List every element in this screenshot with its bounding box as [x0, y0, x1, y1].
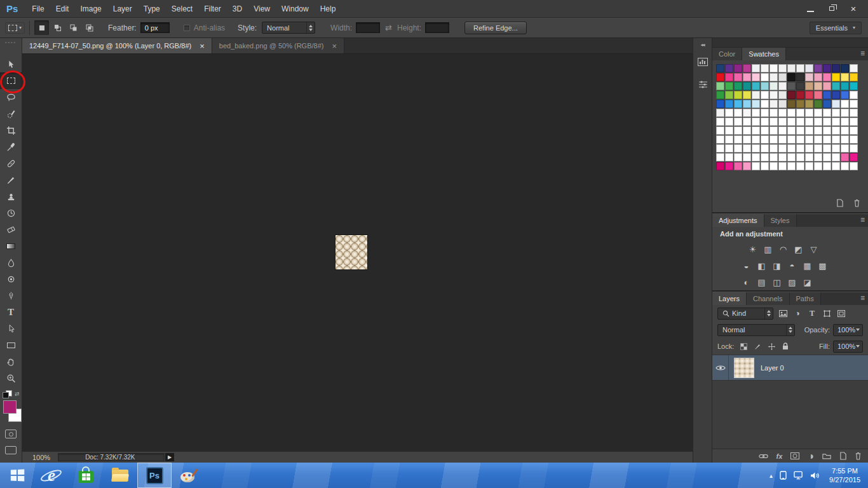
color-swatch[interactable]: [841, 91, 849, 99]
color-swatch[interactable]: [734, 64, 742, 72]
color-swatch[interactable]: [752, 144, 760, 152]
menu-image[interactable]: Image: [74, 0, 107, 17]
color-swatch[interactable]: [832, 153, 840, 161]
color-swatch[interactable]: [796, 118, 804, 126]
color-swatch[interactable]: [796, 100, 804, 108]
color-swatch[interactable]: [796, 135, 804, 144]
brush-tool[interactable]: [0, 172, 22, 188]
color-swatch[interactable]: [770, 126, 778, 135]
zoom-level[interactable]: 100%: [32, 454, 50, 461]
color-swatch[interactable]: [761, 73, 769, 81]
color-swatch[interactable]: [814, 100, 822, 108]
menu-layer[interactable]: Layer: [107, 0, 138, 17]
adjustment-layer-filter-icon[interactable]: ◑: [792, 309, 803, 318]
paint[interactable]: [172, 463, 206, 488]
color-swatch[interactable]: [734, 126, 742, 135]
dodge-tool[interactable]: [0, 271, 22, 287]
color-swatch[interactable]: [770, 144, 778, 152]
color-swatch[interactable]: [832, 73, 840, 81]
style-select[interactable]: Normal: [262, 22, 315, 34]
color-swatch[interactable]: [814, 153, 822, 161]
color-swatch[interactable]: [778, 144, 787, 152]
color-swatch[interactable]: [787, 64, 796, 72]
color-swatch[interactable]: [841, 82, 849, 90]
layer-visibility-toggle[interactable]: [712, 355, 729, 380]
workspace-select[interactable]: Essentials ▾: [810, 22, 862, 34]
color-swatch[interactable]: [725, 118, 733, 126]
color-swatch[interactable]: [770, 162, 778, 170]
color-swatch[interactable]: [805, 118, 813, 126]
swatches-tab-color[interactable]: Color: [712, 48, 742, 60]
color-swatch[interactable]: [716, 109, 724, 117]
antialias-checkbox[interactable]: [184, 25, 190, 31]
color-swatch[interactable]: [778, 91, 787, 99]
color-swatch[interactable]: [716, 162, 724, 170]
color-swatch[interactable]: [805, 82, 813, 90]
taskbar-clock[interactable]: 7:55 PM 9/27/2015: [829, 466, 860, 484]
color-swatch[interactable]: [734, 109, 742, 117]
color-swatch[interactable]: [752, 100, 760, 108]
color-swatch[interactable]: [778, 100, 787, 108]
tab-close-icon[interactable]: ×: [332, 41, 337, 51]
color-swatch[interactable]: [725, 153, 733, 161]
lock-all-icon[interactable]: [781, 342, 790, 350]
color-swatch[interactable]: [814, 82, 822, 90]
eyedropper-tool[interactable]: [0, 139, 22, 155]
photoshop[interactable]: Ps: [137, 463, 172, 488]
color-swatch[interactable]: [725, 109, 733, 117]
color-swatch[interactable]: [841, 73, 849, 81]
color-swatch[interactable]: [770, 118, 778, 126]
vibrance-icon[interactable]: ▽: [808, 244, 820, 255]
color-swatch[interactable]: [823, 100, 831, 108]
subtract-from-selection-button[interactable]: [66, 20, 81, 35]
refine-edge-button[interactable]: Refine Edge...: [465, 22, 527, 34]
rectangle-tool[interactable]: [0, 337, 22, 353]
path-selection-tool[interactable]: [0, 320, 22, 337]
selective-color-icon[interactable]: ▨: [786, 277, 798, 288]
color-swatch[interactable]: [770, 82, 778, 90]
color-swatch[interactable]: [850, 162, 858, 170]
layer-thumbnail[interactable]: [734, 358, 754, 378]
color-swatch[interactable]: [752, 73, 760, 81]
pen-tool[interactable]: [0, 287, 22, 304]
swatches-tab-swatches[interactable]: Swatches: [742, 48, 786, 60]
color-swatch[interactable]: [814, 135, 822, 144]
blend-mode-select[interactable]: Normal: [717, 324, 795, 336]
color-swatch[interactable]: [796, 153, 804, 161]
minimize-button[interactable]: [806, 4, 815, 13]
color-swatch[interactable]: [752, 135, 760, 144]
color-swatch[interactable]: [832, 64, 840, 72]
color-swatch[interactable]: [778, 153, 787, 161]
color-swatch[interactable]: [805, 144, 813, 152]
new-adjustment-layer-icon[interactable]: ◑: [808, 451, 814, 462]
color-swatch[interactable]: [841, 162, 849, 170]
color-swatch[interactable]: [761, 91, 769, 99]
menu-window[interactable]: Window: [276, 0, 315, 17]
menu-filter[interactable]: Filter: [198, 0, 227, 17]
volume-icon[interactable]: [810, 471, 820, 480]
color-swatch[interactable]: [770, 91, 778, 99]
color-swatch[interactable]: [761, 126, 769, 135]
document-tab[interactable]: 12449_F714-07_50.png @ 100% (Layer 0, RG…: [22, 38, 212, 53]
color-swatch[interactable]: [841, 64, 849, 72]
color-swatch[interactable]: [716, 64, 724, 72]
shape-layer-filter-icon[interactable]: [822, 310, 832, 317]
color-swatch[interactable]: [743, 91, 751, 99]
color-swatch[interactable]: [778, 109, 787, 117]
color-swatch[interactable]: [823, 82, 831, 90]
color-swatch[interactable]: [841, 144, 849, 152]
layer-row[interactable]: Layer 0: [712, 355, 868, 381]
color-swatch[interactable]: [743, 144, 751, 152]
color-swatch[interactable]: [850, 109, 858, 117]
color-swatch[interactable]: [725, 91, 733, 99]
color-swatch[interactable]: [832, 91, 840, 99]
color-lookup-icon[interactable]: ▩: [817, 261, 829, 271]
lock-image-pixels-icon[interactable]: [753, 343, 762, 350]
color-swatch[interactable]: [787, 135, 796, 144]
color-swatch[interactable]: [796, 162, 804, 170]
color-swatch[interactable]: [850, 64, 858, 72]
color-swatch[interactable]: [823, 64, 831, 72]
color-swatch[interactable]: [725, 162, 733, 170]
color-swatch[interactable]: [716, 100, 724, 108]
close-button[interactable]: ×: [849, 4, 858, 13]
